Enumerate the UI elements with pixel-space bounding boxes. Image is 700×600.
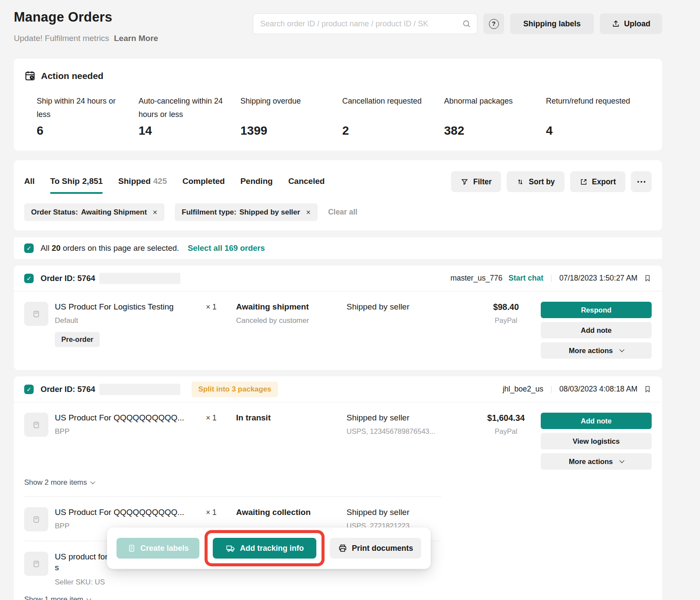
add-note-button[interactable]: Add note xyxy=(541,322,652,338)
metric-cancellation-requested[interactable]: Cancellation requested 2 xyxy=(342,95,444,138)
action-needed-title: Action needed xyxy=(41,71,104,81)
order-item-row: US Product For Logistics Testing Default… xyxy=(24,302,652,359)
upload-button[interactable]: Upload xyxy=(600,13,662,34)
filter-chip-fulfilment-type[interactable]: Fulfilment type: Shipped by seller ✕ xyxy=(175,203,318,221)
order-status: In transit xyxy=(236,413,347,423)
metric-return-refund[interactable]: Return/refund requested 4 xyxy=(546,95,648,138)
order-id: Order ID: 5764 xyxy=(41,274,95,283)
close-icon[interactable]: ✕ xyxy=(306,209,311,216)
view-logistics-button[interactable]: View logistics xyxy=(541,433,652,449)
orders-list-card: All To Ship2,851 Shipped425 Completed Pe… xyxy=(14,160,662,231)
search-icon[interactable] xyxy=(462,19,471,28)
order-id-redacted xyxy=(99,273,180,284)
tracking-number: USPS, 123456789876543... xyxy=(347,427,454,436)
payment-method: PayPal xyxy=(471,316,541,325)
divider xyxy=(551,386,552,393)
bulk-actions-bar: Create labels Add tracking info Print do… xyxy=(107,527,431,569)
bag-icon xyxy=(31,514,42,525)
fulfilment-type: Shipped by seller xyxy=(347,507,471,517)
metric-abnormal-packages[interactable]: Abnormal packages 382 xyxy=(444,95,546,138)
calendar-clock-icon xyxy=(24,70,36,82)
truck-icon xyxy=(226,543,236,553)
order-checkbox[interactable]: ✓ xyxy=(24,274,34,283)
add-tracking-info-button[interactable]: Add tracking info xyxy=(213,538,316,559)
search-box xyxy=(253,13,477,34)
shipping-labels-button[interactable]: Shipping labels xyxy=(510,13,594,34)
print-documents-button[interactable]: Print documents xyxy=(330,538,421,559)
metric-ship-24h[interactable]: Ship within 24 hours or less 6 xyxy=(37,95,139,138)
respond-button[interactable]: Respond xyxy=(541,302,652,318)
upload-icon xyxy=(612,19,620,28)
order-id: Order ID: 5764 xyxy=(41,385,95,394)
filter-button[interactable]: Filter xyxy=(451,171,501,192)
order-total: $98.40 xyxy=(471,302,541,312)
show-more-items-link[interactable]: Show 1 more item xyxy=(24,595,91,600)
product-name[interactable]: US Product For Logistics Testing xyxy=(55,302,206,313)
order-id-redacted xyxy=(99,384,180,395)
search-input[interactable] xyxy=(253,13,477,34)
chevron-down-icon xyxy=(90,479,95,484)
product-variant: Default xyxy=(55,316,206,325)
quantity: × 1 xyxy=(206,302,236,312)
order-status: Awaiting shipment xyxy=(236,302,347,312)
start-chat-link[interactable]: Start chat xyxy=(508,274,543,283)
learn-more-link[interactable]: Learn More xyxy=(114,34,158,43)
tab-to-ship[interactable]: To Ship2,851 xyxy=(50,177,103,187)
check-icon: ✓ xyxy=(26,275,32,282)
bookmark-icon[interactable] xyxy=(643,385,652,393)
order-date: 08/03/2023 4:08:18 AM xyxy=(559,385,637,394)
selection-summary: All 20 orders on this page are selected. xyxy=(41,243,179,253)
more-options-button[interactable]: ⋯ xyxy=(631,171,652,192)
preorder-tag: Pre-order xyxy=(55,332,100,347)
order-substatus: Canceled by customer xyxy=(236,316,347,325)
order-tabs: All To Ship2,851 Shipped425 Completed Pe… xyxy=(24,177,325,187)
tab-canceled[interactable]: Canceled xyxy=(288,177,325,187)
ellipsis-icon: ⋯ xyxy=(637,176,646,187)
select-all-checkbox[interactable]: ✓ xyxy=(24,243,34,253)
upload-label: Upload xyxy=(624,19,650,28)
export-button[interactable]: Export xyxy=(570,171,625,192)
filter-icon xyxy=(460,178,469,186)
divider xyxy=(24,496,441,497)
order-checkbox[interactable]: ✓ xyxy=(24,385,34,394)
quantity: × 1 xyxy=(206,507,236,517)
show-more-items-link[interactable]: Show 2 more items xyxy=(24,478,95,487)
help-button[interactable]: ? xyxy=(483,13,504,34)
create-labels-button[interactable]: Create labels xyxy=(117,538,199,559)
product-name[interactable]: US Product For QQQQQQQQQQ... xyxy=(55,413,206,423)
product-thumbnail[interactable] xyxy=(24,413,48,437)
add-note-button[interactable]: Add note xyxy=(541,413,652,429)
close-icon[interactable]: ✕ xyxy=(152,209,158,216)
tab-all[interactable]: All xyxy=(24,177,35,187)
order-item-row: US Product For QQQQQQQQQQ... BPP × 1 In … xyxy=(24,413,652,470)
metric-auto-canceling[interactable]: Auto-canceling within 24 hours or less 1… xyxy=(139,95,240,138)
check-icon: ✓ xyxy=(26,386,32,393)
more-actions-button[interactable]: More actions xyxy=(541,453,652,470)
printer-icon xyxy=(338,543,347,553)
bag-icon xyxy=(31,308,42,319)
product-thumbnail[interactable] xyxy=(24,507,48,531)
product-name[interactable]: US Product For QQQQQQQQQQ... xyxy=(55,507,206,518)
filter-chip-order-status[interactable]: Order Status: Awaiting Shipment ✕ xyxy=(24,203,164,221)
more-actions-button[interactable]: More actions xyxy=(541,342,652,359)
update-banner-text: Update! Fulfilment metrics xyxy=(14,34,109,43)
clear-all-link[interactable]: Clear all xyxy=(328,208,357,217)
fulfilment-type: Shipped by seller xyxy=(347,302,471,312)
check-icon: ✓ xyxy=(26,245,32,252)
chevron-down-icon xyxy=(619,458,624,463)
tab-completed[interactable]: Completed xyxy=(183,177,225,187)
tab-pending[interactable]: Pending xyxy=(240,177,273,187)
bag-icon xyxy=(31,558,42,569)
bag-icon xyxy=(31,419,42,430)
product-thumbnail[interactable] xyxy=(24,552,48,576)
label-document-icon xyxy=(127,544,136,553)
tab-shipped[interactable]: Shipped425 xyxy=(118,177,167,187)
order-card-1: ✓ Order ID: 5764 master_us_776 Start cha… xyxy=(14,265,662,370)
bookmark-icon[interactable] xyxy=(643,274,652,282)
metric-shipping-overdue[interactable]: Shipping overdue 1399 xyxy=(240,95,342,138)
sort-icon xyxy=(516,178,524,186)
select-all-orders-link[interactable]: Select all 169 orders xyxy=(188,243,265,253)
buyer-username: jhl_boe2_us xyxy=(503,385,543,394)
sort-by-button[interactable]: Sort by xyxy=(507,171,564,192)
product-thumbnail[interactable] xyxy=(24,302,48,326)
